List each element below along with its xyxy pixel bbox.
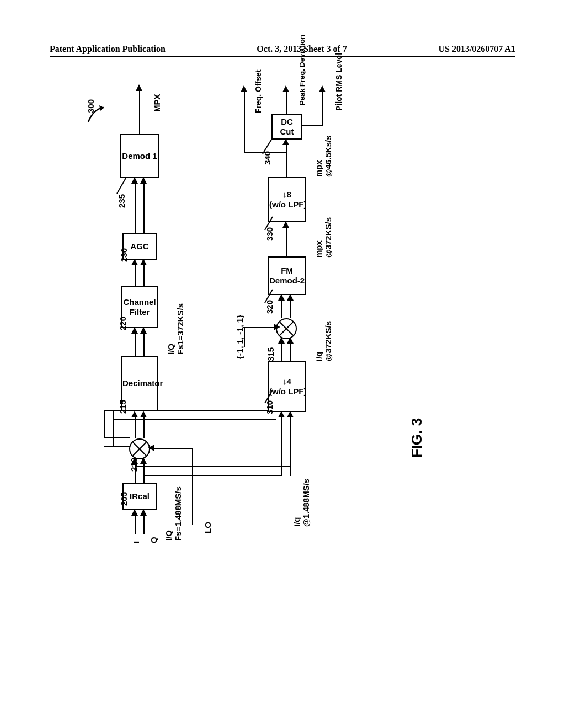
line xyxy=(135,466,291,467)
line xyxy=(104,410,276,411)
leader-line-icon xyxy=(263,389,275,405)
line xyxy=(135,183,136,233)
line xyxy=(244,91,245,153)
freq-offset-label: Freq. Offset xyxy=(254,69,263,113)
line xyxy=(192,448,193,525)
line xyxy=(143,333,145,356)
svg-line-2 xyxy=(265,390,273,403)
svg-line-1 xyxy=(117,178,126,194)
lo-label: LO xyxy=(203,522,212,533)
arrow-icon xyxy=(274,324,280,330)
arrow-icon xyxy=(140,411,147,417)
input-i-label: I xyxy=(131,541,141,543)
arrow-icon xyxy=(241,85,247,92)
line xyxy=(244,327,276,328)
line xyxy=(135,333,136,356)
line xyxy=(104,446,130,447)
line xyxy=(290,466,291,476)
line xyxy=(290,299,291,318)
svg-line-3 xyxy=(265,290,273,303)
line xyxy=(113,419,276,420)
peak-freq-label: Peak Freq. Deviation xyxy=(298,35,306,105)
line xyxy=(281,342,282,361)
figure-label: FIG. 3 xyxy=(408,418,425,458)
ref-chfilter: 220 xyxy=(118,317,127,330)
line xyxy=(143,183,145,233)
leader-line-icon xyxy=(263,216,275,232)
line xyxy=(322,91,323,126)
line xyxy=(286,144,287,177)
line xyxy=(143,475,282,476)
line xyxy=(104,437,130,438)
block-dccut: DC Cut xyxy=(271,114,302,140)
leader-line-icon xyxy=(260,138,274,156)
ref-agc: 230 xyxy=(119,248,129,262)
block-diagram: 300 I Q I/Q Fs=1.488MS/s IRcal 205 210 L… xyxy=(72,80,452,543)
line xyxy=(281,299,282,318)
mix-seq-label: {-1, 1, -1, 1} xyxy=(235,315,244,359)
leader-line-icon xyxy=(263,288,275,305)
line xyxy=(281,466,282,476)
arrow-icon xyxy=(282,85,289,92)
ref-demod1: 235 xyxy=(117,194,126,208)
ref-ircal: 205 xyxy=(119,492,129,506)
pilot-rms-label: Pilot RMS Level xyxy=(334,53,343,111)
line xyxy=(139,90,140,134)
mpx-out-label: MPX xyxy=(152,94,162,112)
line xyxy=(135,416,136,438)
block-demod1: Demod 1 xyxy=(120,134,159,178)
line xyxy=(113,410,114,447)
header-right: US 2013/0260707 A1 xyxy=(438,44,515,54)
line xyxy=(135,264,136,286)
arrow-icon xyxy=(319,85,326,92)
line xyxy=(104,410,105,438)
line xyxy=(143,416,145,438)
arrow-icon xyxy=(136,84,142,91)
arrow-icon xyxy=(148,445,154,451)
arrow-icon xyxy=(131,411,138,417)
line xyxy=(244,152,286,153)
header-rule xyxy=(50,56,515,57)
iq-1488-label: i/q @1.488MS/s xyxy=(292,479,311,527)
iq-372-label: i/q @372KS/s xyxy=(315,321,333,361)
mixer-icon xyxy=(129,438,150,459)
line xyxy=(135,515,136,534)
line xyxy=(143,264,145,286)
ref-decimator: 215 xyxy=(118,400,127,414)
input-q-label: Q xyxy=(149,537,158,543)
leader-line-icon xyxy=(115,177,128,196)
line xyxy=(302,125,323,126)
iq-fs-label: I/Q Fs=1.488MS/s xyxy=(164,486,183,541)
line xyxy=(286,91,287,114)
svg-marker-0 xyxy=(99,105,104,111)
header-left: Patent Application Publication xyxy=(50,44,166,54)
ref-mixer2: 315 xyxy=(266,347,275,361)
ref-mixer1: 210 xyxy=(129,458,138,472)
ref-300-arrow-icon xyxy=(87,105,107,124)
line xyxy=(143,515,145,534)
mpx372-label: mpx @372KS/s xyxy=(315,217,333,258)
iq-fs1-label: I/Q Fs1=372KS/s xyxy=(167,303,185,355)
line xyxy=(286,227,287,256)
line xyxy=(290,342,291,361)
svg-line-4 xyxy=(265,217,273,230)
mpx465-label: mpx @46.5Ks/s xyxy=(315,135,333,177)
line xyxy=(150,448,193,449)
